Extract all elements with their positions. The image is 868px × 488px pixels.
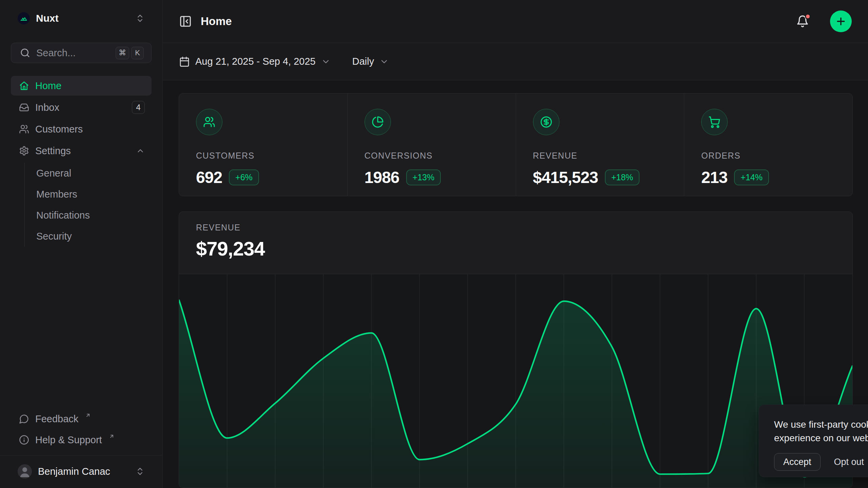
cookie-accept-button[interactable]: Accept — [774, 453, 821, 471]
sidebar-footer-links: Feedback Help & Support — [11, 409, 152, 455]
settings-submenu: General Members Notifications Security — [24, 163, 152, 247]
chevron-down-icon — [321, 57, 331, 66]
stat-value: 213 — [701, 168, 727, 187]
sidebar-item-label: Inbox — [35, 102, 59, 113]
page-title: Home — [201, 15, 787, 28]
user-name: Benjamin Canac — [38, 466, 129, 477]
sidebar-item-notifications[interactable]: Notifications — [25, 205, 152, 226]
chevron-down-icon — [379, 57, 389, 66]
message-bubble-icon — [19, 414, 29, 424]
revenue-chart-svg — [179, 274, 852, 488]
page-header: Home — [163, 0, 868, 43]
user-menu[interactable]: Benjamin Canac — [11, 460, 152, 483]
sidebar-item-inbox[interactable]: Inbox 4 — [11, 98, 152, 117]
gear-icon — [19, 146, 29, 156]
nuxt-logo-icon — [18, 12, 30, 24]
revenue-panel-value: $79,234 — [196, 237, 835, 260]
cart-icon — [701, 109, 728, 135]
sidebar-item-customers[interactable]: Customers — [11, 119, 152, 139]
feedback-link[interactable]: Feedback — [11, 409, 152, 429]
add-button[interactable] — [830, 11, 852, 32]
stat-label: REVENUE — [533, 151, 684, 161]
help-support-link[interactable]: Help & Support — [11, 430, 152, 450]
plus-icon — [835, 16, 847, 27]
kbd-cmd: ⌘ — [116, 47, 129, 59]
sidebar-nav: Home Inbox 4 Customers Settings — [11, 76, 152, 247]
sidebar-item-settings[interactable]: Settings — [11, 141, 152, 161]
sidebar: Nuxt Search... ⌘ K Home Inbox 4 — [0, 0, 163, 488]
granularity-select[interactable]: Daily — [352, 56, 389, 67]
stat-delta-badge: +13% — [406, 169, 441, 185]
sidebar-item-label: Settings — [35, 145, 71, 157]
external-link-icon — [85, 412, 91, 418]
user-avatar — [18, 464, 32, 479]
pie-chart-icon — [364, 109, 391, 135]
stat-value: 692 — [196, 168, 222, 187]
sidebar-collapse-icon[interactable] — [179, 15, 192, 28]
cookie-message: We use first-party cookies to enhance yo… — [774, 418, 868, 445]
search-icon — [20, 48, 30, 58]
stat-label: CONVERSIONS — [364, 151, 516, 161]
chevron-up-icon — [136, 146, 145, 155]
users-icon — [196, 109, 222, 135]
stat-delta-badge: +14% — [734, 169, 769, 185]
revenue-panel-label: REVENUE — [196, 223, 835, 232]
sidebar-item-label: Customers — [35, 124, 83, 135]
kbd-k: K — [131, 47, 144, 59]
revenue-panel: REVENUE $79,234 — [179, 211, 853, 488]
granularity-label: Daily — [352, 56, 374, 67]
dollar-circle-icon — [533, 109, 559, 135]
external-link-icon — [109, 433, 115, 439]
filters-toolbar: Aug 21, 2025 - Sep 4, 2025 Daily — [163, 43, 868, 80]
stat-delta-badge: +6% — [229, 169, 259, 185]
sidebar-item-security[interactable]: Security — [25, 226, 152, 247]
workspace-name: Nuxt — [36, 13, 129, 24]
cookie-optout-button[interactable]: Opt out — [834, 457, 864, 467]
cookie-banner: We use first-party cookies to enhance yo… — [759, 405, 868, 477]
stat-value: 1986 — [364, 168, 399, 187]
users-icon — [19, 124, 29, 134]
main-area: Home Aug 21, 2025 - Sep 4, 2025 Daily — [163, 0, 868, 488]
stat-card-orders[interactable]: ORDERS 213 +14% — [684, 94, 852, 196]
stat-value: $415,523 — [533, 168, 598, 187]
stat-label: ORDERS — [701, 151, 852, 161]
calendar-icon — [179, 56, 190, 67]
notifications-button[interactable] — [796, 15, 809, 28]
chevron-updown-icon — [135, 467, 145, 476]
chevron-updown-icon — [135, 14, 145, 23]
revenue-chart[interactable] — [179, 274, 852, 488]
stat-card-revenue[interactable]: REVENUE $415,523 +18% — [516, 94, 684, 196]
inbox-count-badge: 4 — [132, 101, 145, 114]
date-range-picker[interactable]: Aug 21, 2025 - Sep 4, 2025 — [179, 56, 331, 67]
stat-card-conversions[interactable]: CONVERSIONS 1986 +13% — [347, 94, 516, 196]
home-icon — [19, 81, 29, 91]
stat-label: CUSTOMERS — [196, 151, 347, 161]
inbox-icon — [19, 102, 29, 113]
sidebar-item-general[interactable]: General — [25, 163, 152, 184]
sidebar-item-members[interactable]: Members — [25, 184, 152, 205]
notification-dot — [805, 14, 811, 19]
workspace-switcher[interactable]: Nuxt — [11, 7, 152, 29]
stat-delta-badge: +18% — [605, 169, 640, 185]
sidebar-item-label: Home — [35, 80, 61, 92]
search-input[interactable]: Search... ⌘ K — [11, 43, 152, 63]
date-range-label: Aug 21, 2025 - Sep 4, 2025 — [195, 56, 316, 67]
info-circle-icon — [19, 435, 29, 445]
stats-row: CUSTOMERS 692 +6% CONVERSIONS 1986 +13% — [179, 93, 853, 196]
stat-card-customers[interactable]: CUSTOMERS 692 +6% — [179, 94, 347, 196]
sidebar-item-home[interactable]: Home — [11, 76, 152, 96]
search-placeholder: Search... — [36, 47, 110, 59]
